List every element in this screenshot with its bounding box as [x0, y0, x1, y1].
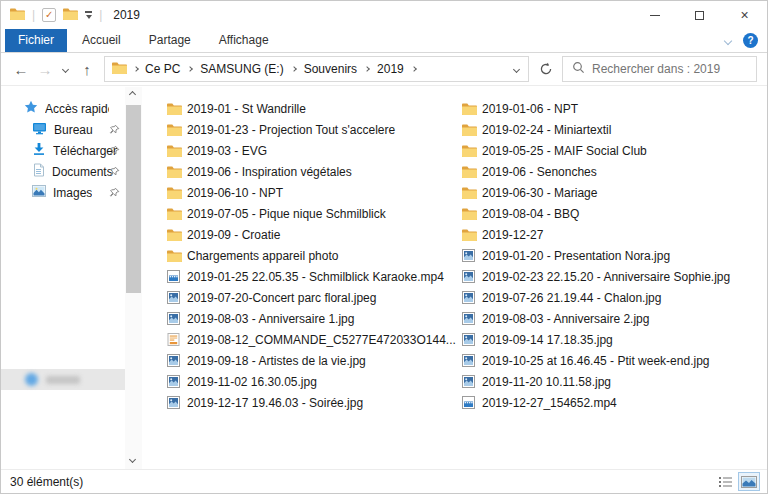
list-item[interactable]: 2019-06 - Inspiration végétales — [167, 161, 456, 182]
tab-affichage[interactable]: Affichage — [206, 29, 282, 52]
help-icon[interactable]: ? — [743, 33, 758, 48]
chevron-right-icon[interactable] — [412, 67, 416, 71]
sidebar-item-label: Accès rapide — [45, 102, 109, 116]
sidebar-item-quick-access[interactable]: Accès rapide — [1, 98, 125, 119]
list-item[interactable]: 2019-07-05 - Pique nique Schmilblick — [167, 203, 456, 224]
scroll-down-arrow-icon[interactable] — [129, 456, 136, 463]
sidebar-item-blurred[interactable] — [1, 336, 125, 357]
list-item[interactable]: 2019-06-10 - NPT — [167, 182, 456, 203]
expand-ribbon-chevron-icon[interactable] — [724, 36, 732, 44]
pictures-icon — [32, 185, 46, 200]
back-button[interactable]: ← — [9, 53, 33, 85]
file-name: 2019-12-27_154652.mp4 — [482, 396, 617, 410]
qat-dropdown-caret-icon[interactable] — [85, 11, 92, 19]
list-item[interactable]: 2019-11-02 16.30.05.jpg — [167, 371, 456, 392]
list-item[interactable]: 2019-07-26 21.19.44 - Chalon.jpg — [462, 287, 730, 308]
sidebar-item-blurred[interactable] — [1, 423, 125, 444]
list-item[interactable]: 2019-06-30 - Mariage — [462, 182, 730, 203]
scroll-up-arrow-icon[interactable] — [129, 91, 136, 98]
divider: | — [32, 8, 35, 22]
list-item[interactable]: 2019-07-20-Concert parc floral.jpeg — [167, 287, 456, 308]
status-bar: 30 élément(s) — [1, 469, 767, 493]
refresh-button[interactable] — [533, 56, 558, 82]
file-name: 2019-08-03 - Anniversaire 1.jpg — [187, 312, 354, 326]
close-button[interactable]: × — [722, 1, 767, 29]
list-item[interactable]: 2019-12-27_154652.mp4 — [462, 392, 730, 413]
sidebar-item-bureau[interactable]: Bureau — [1, 119, 125, 140]
list-item[interactable]: 2019-01-20 - Presentation Nora.jpg — [462, 245, 730, 266]
list-item[interactable]: 2019-08-12_COMMANDE_C5277E472033O144... — [167, 329, 456, 350]
search-input[interactable]: Rechercher dans : 2019 — [562, 56, 757, 82]
close-icon: × — [740, 8, 748, 22]
address-dropdown-chevron-icon[interactable] — [504, 57, 528, 81]
list-item[interactable]: 2019-08-03 - Anniversaire 1.jpg — [167, 308, 456, 329]
file-name: 2019-09-14 17.18.35.jpg — [482, 333, 613, 347]
sidebar-item-blurred[interactable] — [1, 261, 125, 282]
list-item[interactable]: 2019-10-25 at 16.46.45 - Ptit week-end.j… — [462, 350, 730, 371]
window-controls: × — [632, 1, 767, 29]
sidebar-scrollbar[interactable] — [125, 87, 142, 469]
list-item[interactable]: 2019-05-25 - MAIF Social Club — [462, 140, 730, 161]
checkmark-icon[interactable]: ✓ — [42, 8, 56, 22]
up-button[interactable]: ↑ — [75, 53, 99, 85]
folder-icon — [167, 208, 183, 220]
tab-partage[interactable]: Partage — [136, 29, 204, 52]
file-name: 2019-01-20 - Presentation Nora.jpg — [482, 249, 670, 263]
chevron-right-icon[interactable] — [292, 67, 296, 71]
list-item[interactable]: 2019-01-25 22.05.35 - Schmilblick Karaok… — [167, 266, 456, 287]
sidebar-item-blurred[interactable] — [1, 303, 125, 324]
minimize-button[interactable] — [632, 1, 677, 29]
list-item[interactable]: 2019-06 - Senonches — [462, 161, 730, 182]
list-item[interactable]: 2019-02-23 22.15.20 - Anniversaire Sophi… — [462, 266, 730, 287]
tab-accueil[interactable]: Accueil — [69, 29, 134, 52]
sidebar-item-blurred[interactable] — [1, 240, 125, 261]
list-item[interactable]: Chargements appareil photo — [167, 245, 456, 266]
list-item[interactable]: 2019-01-06 - NPT — [462, 98, 730, 119]
tab-fichier[interactable]: Fichier — [5, 29, 67, 52]
sidebar-item-blurred[interactable] — [1, 444, 125, 465]
sidebar-item-blurred[interactable] — [1, 402, 125, 423]
forward-button[interactable]: → — [33, 53, 57, 85]
sidebar-item-images[interactable]: Images — [1, 182, 125, 203]
file-name: 2019-09-18 - Artistes de la vie.jpg — [187, 354, 366, 368]
list-item[interactable]: 2019-09-14 17.18.35.jpg — [462, 329, 730, 350]
maximize-button[interactable] — [677, 1, 722, 29]
recent-locations-chevron-icon[interactable] — [57, 53, 73, 85]
desktop-icon — [32, 122, 47, 138]
breadcrumb-item[interactable]: 2019 — [377, 62, 404, 76]
file-name: 2019-06-10 - NPT — [187, 186, 283, 200]
sidebar-item-label: Images — [53, 186, 92, 200]
file-name: 2019-02-24 - Miniartextil — [482, 123, 611, 137]
list-item[interactable]: 2019-09 - Croatie — [167, 224, 456, 245]
scrollbar-thumb[interactable] — [126, 105, 141, 293]
app-folder-icon[interactable] — [10, 8, 25, 23]
navigation-pane: Accès rapide BureauTéléchargementsDocume… — [1, 87, 125, 469]
sidebar-item-documents[interactable]: Documents — [1, 161, 125, 182]
chevron-right-icon[interactable] — [365, 67, 369, 71]
list-item[interactable]: 2019-09-18 - Artistes de la vie.jpg — [167, 350, 456, 371]
view-toggles — [714, 472, 760, 491]
list-item[interactable]: 2019-11-20 10.11.58.jpg — [462, 371, 730, 392]
chevron-right-icon[interactable] — [188, 67, 192, 71]
sidebar-item-blurred[interactable] — [1, 282, 125, 303]
folder-icon[interactable] — [63, 8, 78, 23]
sidebar-item-blurred[interactable] — [1, 219, 125, 240]
folder-icon — [167, 229, 183, 241]
image-file-icon — [167, 312, 183, 325]
sidebar-item-blurred[interactable] — [1, 369, 125, 390]
sidebar-item-telechargements[interactable]: Téléchargements — [1, 140, 125, 161]
address-bar[interactable]: Ce PCSAMSUNG (E:)Souvenirs2019 — [104, 56, 529, 82]
list-item[interactable]: 2019-08-03 - Anniversaire 2.jpg — [462, 308, 730, 329]
list-item[interactable]: 2019-12-27 — [462, 224, 730, 245]
list-item[interactable]: 2019-01 - St Wandrille — [167, 98, 456, 119]
list-item[interactable]: 2019-12-17 19.46.03 - Soirée.jpg — [167, 392, 456, 413]
details-view-button[interactable] — [714, 472, 736, 491]
list-item[interactable]: 2019-03 - EVG — [167, 140, 456, 161]
breadcrumb-item[interactable]: Souvenirs — [304, 62, 357, 76]
list-item[interactable]: 2019-02-24 - Miniartextil — [462, 119, 730, 140]
breadcrumb-item[interactable]: Ce PC — [145, 62, 180, 76]
list-item[interactable]: 2019-01-23 - Projection Tout s'accelere — [167, 119, 456, 140]
list-item[interactable]: 2019-08-04 - BBQ — [462, 203, 730, 224]
breadcrumb-item[interactable]: SAMSUNG (E:) — [200, 62, 283, 76]
thumbnails-view-button[interactable] — [738, 472, 760, 491]
